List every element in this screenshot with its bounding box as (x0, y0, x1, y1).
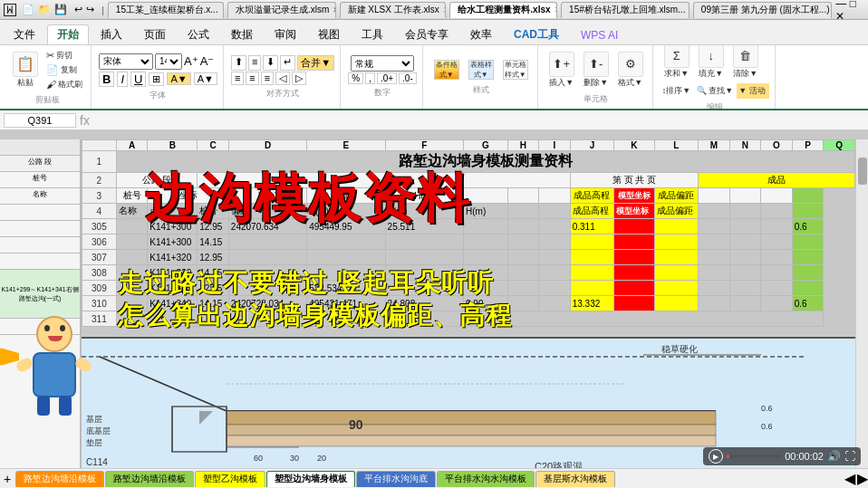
sheet-tab-7[interactable]: 基层斯水沟模板 (535, 471, 615, 487)
sheet-title[interactable]: 路堑边沟墙身模板测量资料 (116, 151, 854, 173)
ribbon-tab-member[interactable]: 会员专享 (395, 24, 458, 44)
ribbon-tab-efficiency[interactable]: 效率 (460, 24, 502, 44)
fill-color-btn[interactable]: A▼ (167, 72, 190, 85)
percent-btn[interactable]: % (348, 72, 363, 84)
table-row[interactable]: 310 K141+340 14.15 2420728.034 495431.47… (82, 296, 855, 311)
sum-btn[interactable]: Σ 求和▼ (661, 45, 693, 81)
insert-cell-btn[interactable]: ⬆+ 插入▼ (545, 50, 578, 91)
tab-3[interactable]: 新建 XLSX 工作表.xlsx ✕ (340, 2, 447, 18)
sort-filter-btn[interactable]: ↕排序▼ (661, 83, 693, 99)
merge-btn[interactable]: 合并▼ (297, 55, 334, 71)
border-btn[interactable]: ⊞ (149, 72, 164, 86)
sheet-tab-6[interactable]: 平台排水沟水沟模板 (437, 471, 535, 487)
align-top-btn[interactable]: ⬆ (231, 55, 246, 71)
table-format-btn[interactable]: 表格样式▼ (465, 58, 497, 81)
ribbon-tab-cad[interactable]: CAD工具 (504, 24, 569, 44)
svg-text:0.6: 0.6 (761, 404, 773, 413)
ribbon-tab-tools[interactable]: 工具 (352, 24, 393, 44)
mascot-figure (16, 316, 93, 416)
tab-close-4[interactable]: ✕ (555, 5, 557, 14)
table-row[interactable]: 305 K141+300 12.95 242070.634 495449.95 … (82, 219, 855, 234)
clear-btn[interactable]: 🗑 清除▼ (729, 45, 762, 81)
format-cell-btn[interactable]: ⚙ 格式▼ (614, 50, 647, 91)
decimal-decrease-btn[interactable]: .0- (399, 72, 417, 84)
font-size-select[interactable]: 14 (155, 53, 182, 70)
ribbon-tab-review[interactable]: 审阅 (265, 24, 306, 44)
format-brush-button[interactable]: 🖌格式刷 (43, 78, 85, 91)
indent-increase-btn[interactable]: ▷ (292, 72, 306, 85)
sheet-tab-4[interactable]: 塑型边沟墙身模板 (266, 471, 355, 487)
ribbon-tab-page[interactable]: 页面 (134, 24, 176, 44)
tab-close-1[interactable]: ✕ (222, 5, 224, 14)
formula-input[interactable] (93, 114, 864, 127)
file-icon[interactable]: 📄 (22, 4, 34, 15)
progress-bar[interactable] (727, 455, 781, 458)
copy-button[interactable]: 📄复制 (43, 63, 85, 77)
ribbon-content: 📋 粘贴 ✂剪切 📄复制 🖌格式刷 剪贴板 (0, 45, 868, 110)
ribbon-tab-view[interactable]: 视图 (308, 24, 350, 44)
align-right-btn[interactable]: ≡ (261, 72, 274, 85)
font-family-select[interactable]: 宋体 (99, 53, 153, 70)
tab-2[interactable]: 水坝溢量记录生成.xlsm ✕ (227, 2, 336, 18)
scrollbar-thumb[interactable] (858, 158, 867, 185)
table-row[interactable]: 308 K141+320 14.15 (82, 265, 855, 281)
tab-1[interactable]: 15工某_连续框架桥台.x... ✕ (108, 2, 224, 18)
side-label: K141+299～K141+341右侧路堑边沟(一式) (1, 285, 79, 303)
italic-btn[interactable]: I (117, 72, 128, 87)
cell-style-btn[interactable]: 单元格样式▼ (499, 58, 532, 81)
number-format-select[interactable]: 常规 (351, 55, 414, 72)
ribbon-tab-formula[interactable]: 公式 (178, 24, 219, 44)
ribbon-tab-file[interactable]: 文件 (4, 24, 45, 44)
sheet-next-btn[interactable]: ▶ (857, 470, 868, 487)
folder-icon[interactable]: 📁 (38, 4, 51, 15)
conditional-format-btn[interactable]: 条件格式▼ (430, 58, 463, 81)
volume-icon[interactable]: 🔊 (827, 450, 841, 463)
cut-button[interactable]: ✂剪切 (43, 49, 85, 62)
paste-button[interactable]: 📋 粘贴 (9, 50, 42, 91)
fill-btn[interactable]: ↓ 填充▼ (695, 45, 728, 81)
delete-cell-btn[interactable]: ⬆- 删除▼ (580, 50, 612, 91)
undo-icon[interactable]: ↩ (74, 4, 82, 15)
play-button[interactable]: ▶ (709, 449, 723, 464)
sheet-tab-5[interactable]: 平台排水沟沟底 (356, 471, 436, 487)
underline-btn[interactable]: U (130, 72, 146, 87)
redo-icon[interactable]: ↪ (86, 4, 94, 15)
name-box[interactable] (4, 113, 76, 128)
table-row[interactable]: 306 K141+300 14.15 (82, 234, 855, 250)
filter-btn[interactable]: ▼ 活动 (737, 83, 769, 99)
main-container: 🅆 📄 📁 💾 ↩ ↪ | 15工某_连续框架桥台.x... ✕ 水坝溢量记录生… (0, 0, 868, 488)
font-increase-btn[interactable]: A⁺ (184, 54, 198, 68)
tab-5[interactable]: 15#桥台钻孔墩上回堆.xlsm... ✕ (561, 2, 690, 18)
ribbon-tab-home[interactable]: 开始 (47, 24, 89, 44)
find-btn[interactable]: 🔍 查找▼ (695, 83, 735, 99)
tab-close-3[interactable]: ✕ (443, 5, 447, 14)
comma-btn[interactable]: , (365, 72, 375, 84)
decimal-increase-btn[interactable]: .0+ (377, 72, 397, 84)
indent-decrease-btn[interactable]: ◁ (275, 72, 290, 85)
ribbon-tab-data[interactable]: 数据 (221, 24, 263, 44)
table-row[interactable]: 309 K141+340 12.95 532.534 (82, 281, 855, 296)
tab-close-2[interactable]: ✕ (333, 5, 335, 14)
align-center-btn[interactable]: ≡ (246, 72, 258, 85)
table-row[interactable]: 311 (82, 311, 855, 327)
sheet-tab-1[interactable]: 路堑边沟墙沿模板 (15, 471, 104, 487)
align-bottom-btn[interactable]: ⬇ (263, 55, 278, 71)
font-color-btn[interactable]: A▼ (194, 72, 217, 85)
ribbon-tab-insert[interactable]: 插入 (91, 24, 132, 44)
align-middle-btn[interactable]: ≡ (248, 55, 261, 71)
tab-6[interactable]: 09第三册 第九分册 (固水工程...) ✕ (693, 2, 833, 18)
fullscreen-icon[interactable]: ⛶ (844, 450, 855, 463)
align-left-btn[interactable]: ≡ (231, 72, 244, 85)
tab-4[interactable]: 给水工程测量资料.xlsx ✕ (449, 2, 557, 18)
font-decrease-btn[interactable]: A⁻ (200, 54, 215, 68)
add-sheet-btn[interactable]: + (4, 472, 11, 486)
wrap-text-btn[interactable]: ↵ (280, 55, 295, 71)
sheet-tab-2[interactable]: 路堑边沟墙沿模板 (105, 471, 194, 487)
save-icon[interactable]: 💾 (54, 4, 67, 15)
ribbon-tab-wpsai[interactable]: WPS AI (571, 24, 628, 44)
sheet-prev-btn[interactable]: ◀ (844, 470, 855, 487)
sheet-tab-3[interactable]: 塑型乙沟模板 (195, 471, 265, 487)
table-row[interactable]: 307 K141+320 12.95 (82, 250, 855, 265)
bold-btn[interactable]: B (99, 72, 114, 87)
vertical-scrollbar[interactable] (855, 139, 868, 468)
